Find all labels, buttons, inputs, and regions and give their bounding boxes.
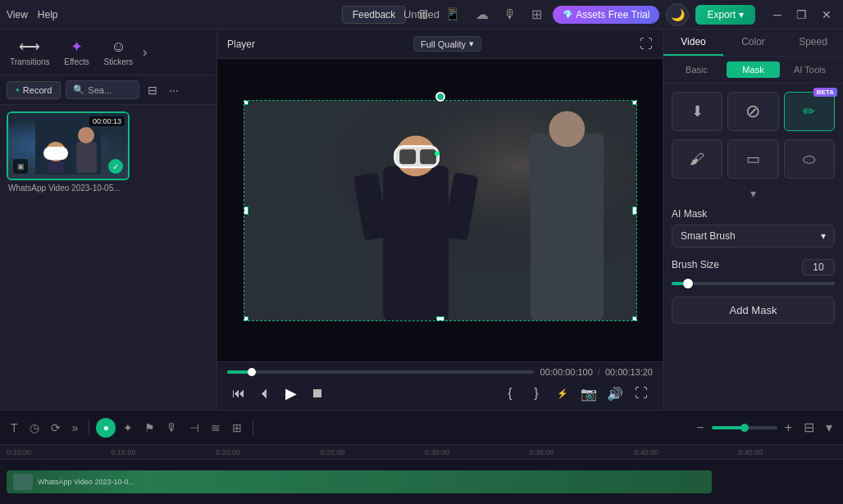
captions-tool-button[interactable]: ≋ (207, 419, 225, 437)
selection-handle-tl[interactable] (244, 101, 248, 105)
toolbar-separator (89, 420, 89, 436)
media-item[interactable]: 00:00:13 ▣ ✓ WhatsApp Video 2023-10-05..… (7, 111, 130, 196)
brush-size-value[interactable]: 10 (802, 259, 835, 275)
phone-icon[interactable]: 📱 (440, 4, 465, 25)
video-area (217, 59, 663, 361)
skip-back-button[interactable]: ⏮ (227, 382, 250, 405)
selection-handle-l[interactable] (244, 207, 248, 215)
progress-bar[interactable] (227, 370, 534, 374)
quality-label: Full Quality (421, 39, 466, 49)
selection-handle-bl[interactable] (244, 316, 248, 320)
minimize-button[interactable]: ─ (768, 7, 786, 23)
ruler-mark: 0:10:00 (7, 448, 112, 456)
volume-button[interactable]: 🔊 (604, 382, 627, 405)
toolbar-separator-2 (253, 420, 253, 436)
tab-speed[interactable]: Speed (783, 30, 843, 56)
filter-button[interactable]: ⊟ (144, 82, 161, 98)
export-button[interactable]: Export (695, 5, 755, 25)
zoom-out-button[interactable]: − (692, 418, 708, 438)
grid-icon[interactable]: ⊞ (527, 4, 546, 25)
add-mask-button[interactable]: Add Mask (672, 297, 835, 324)
step-back-button[interactable]: ⏴ (253, 382, 276, 405)
crop-button[interactable]: ⛶ (630, 382, 653, 405)
speed-button[interactable]: ⚡ (551, 382, 574, 405)
mask-tools-row2: 🖌 ▭ ⬭ (672, 139, 835, 179)
mic-tool-button[interactable]: 🎙 (162, 419, 182, 437)
quality-chevron-icon: ▾ (469, 39, 474, 49)
svg-point-5 (78, 127, 94, 143)
ruler-mark: 0:25:00 (321, 448, 426, 456)
fullscreen-button[interactable]: ⛶ (640, 37, 653, 52)
subtab-ai-tools[interactable]: AI Tools (783, 61, 836, 78)
right-tabs: Video Color Speed (663, 30, 843, 57)
clip-end-button[interactable]: } (525, 382, 548, 405)
selection-handle-b[interactable] (436, 316, 444, 320)
brush-size-thumb[interactable] (683, 279, 693, 288)
play-button[interactable]: ▶ (280, 382, 303, 405)
grid-view-button[interactable]: ⊟ (800, 417, 818, 438)
mask-tool-none[interactable]: ⊘ (727, 92, 778, 131)
color-tool-button[interactable]: ● (96, 418, 116, 438)
menu-view[interactable]: View (7, 9, 28, 20)
player-header: Player Full Quality ▾ ⛶ (217, 30, 663, 59)
clip-start-button[interactable]: { (499, 382, 522, 405)
video-track[interactable]: WhatsApp Video 2023-10-0... (7, 470, 712, 493)
selection-handle-r[interactable] (632, 207, 636, 215)
theme-toggle-button[interactable]: 🌙 (666, 3, 689, 26)
stickers-label: Stickers (104, 57, 134, 66)
effects-tool[interactable]: ✦ Effects (57, 34, 98, 70)
more-view-button[interactable]: ▾ (822, 417, 836, 438)
close-button[interactable]: ✕ (817, 7, 836, 23)
mask-tool-pen[interactable]: BETA ✏ (784, 92, 835, 131)
top-anchor-handle[interactable] (435, 92, 445, 102)
selection-handle-br[interactable] (632, 316, 636, 320)
split-tool-button[interactable]: ⊣ (185, 419, 203, 437)
zoom-in-button[interactable]: + (781, 418, 796, 438)
zoom-fill (712, 426, 745, 429)
zoom-thumb[interactable] (740, 424, 749, 432)
mask-tool-download[interactable]: ⬇ (672, 92, 722, 131)
media-type-icon: ▣ (13, 159, 28, 174)
mic-icon[interactable]: 🎙 (499, 5, 521, 25)
tab-color[interactable]: Color (723, 30, 783, 56)
mask-tool-rect[interactable]: ▭ (727, 139, 778, 179)
stop-button[interactable]: ⏹ (306, 382, 329, 405)
text-tool-button[interactable]: T (7, 419, 22, 437)
progress-thumb[interactable] (248, 368, 256, 376)
cloud-icon[interactable]: ☁ (472, 4, 493, 25)
transitions-tool[interactable]: ⟷ Transitions (3, 34, 57, 70)
left-controls: Record 🔍 Sea... ⊟ ··· (0, 75, 216, 105)
ruler-mark: 0:30:00 (425, 448, 530, 456)
tab-video[interactable]: Video (663, 30, 723, 56)
feedback-button[interactable]: Feedback (342, 6, 407, 24)
quality-select[interactable]: Full Quality ▾ (413, 36, 481, 52)
photo-tool-button[interactable]: ⊞ (228, 419, 246, 437)
svg-rect-15 (420, 149, 436, 164)
tools-expand-button[interactable]: › (139, 39, 150, 66)
ai-mask-select[interactable]: Smart Brush ▾ (672, 225, 835, 247)
mask-tool-brush[interactable]: 🖌 (672, 139, 722, 179)
selection-handle-tr[interactable] (632, 101, 636, 105)
search-box[interactable]: 🔍 Sea... (66, 80, 139, 99)
more-options-button[interactable]: ··· (166, 82, 182, 98)
record-button[interactable]: Record (7, 81, 61, 99)
ruler-mark: 0:40:00 (634, 448, 739, 456)
stickers-tool[interactable]: ☺ Stickers (98, 35, 140, 70)
expand-mask-tools-button[interactable]: ▾ (750, 187, 756, 200)
subtab-mask[interactable]: Mask (727, 61, 780, 78)
flag-tool-button[interactable]: ⚑ (140, 419, 159, 437)
camera-button[interactable]: 📷 (577, 382, 600, 405)
zoom-slider[interactable] (712, 426, 777, 429)
maximize-button[interactable]: ❐ (791, 7, 812, 23)
mask-tool-ellipse[interactable]: ⬭ (784, 139, 835, 179)
more-tools-button[interactable]: » (68, 419, 83, 437)
assets-trial-button[interactable]: Assets Free Trial (553, 6, 659, 24)
subtab-basic[interactable]: Basic (670, 61, 723, 78)
brush-size-slider[interactable] (672, 282, 835, 285)
clock-tool-button[interactable]: ◷ (25, 419, 43, 437)
svg-point-9 (549, 111, 585, 147)
effects-tool-button[interactable]: ✦ (119, 419, 137, 437)
menu-bar: View Help (7, 9, 57, 20)
loop-tool-button[interactable]: ⟳ (47, 419, 65, 437)
menu-help[interactable]: Help (38, 9, 58, 20)
